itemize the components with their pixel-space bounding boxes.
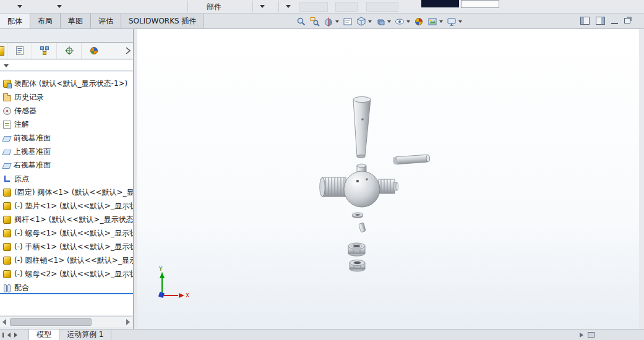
zoom-area-icon[interactable] — [308, 15, 322, 28]
panel-horizontal-scrollbar[interactable] — [0, 317, 132, 327]
chevron-down-icon[interactable] — [387, 20, 391, 23]
configurationmanager-tab[interactable] — [32, 43, 57, 59]
scroll-left-icon[interactable] — [2, 319, 6, 325]
scrollbar-thumb[interactable] — [10, 318, 92, 326]
panel-tabs-overflow-chevron[interactable] — [125, 46, 131, 55]
part-nut-1[interactable] — [348, 243, 365, 256]
ribbon-button[interactable] — [366, 2, 398, 12]
part-icon — [3, 216, 11, 224]
tree-item-valve-stem[interactable]: 阀杆<1> (默认<<默认>_显示状态 — [0, 213, 133, 226]
tab-motion-study-1[interactable]: 运动算例 1 — [59, 329, 111, 340]
tab-assembly[interactable]: 配体 — [0, 14, 30, 28]
scroll-right-icon[interactable] — [126, 319, 130, 325]
float-pane-icon[interactable] — [624, 18, 630, 23]
tab-sketch[interactable]: 草图 — [61, 14, 91, 28]
tab-solidworks-addins[interactable]: SOLIDWORKS 插件 — [121, 14, 204, 28]
view-settings-icon[interactable] — [445, 15, 458, 28]
tab-layout[interactable]: 布局 — [30, 14, 61, 28]
tab-model[interactable]: 模型 — [28, 329, 59, 340]
panel-tab-bar — [0, 42, 133, 59]
graphics-viewport[interactable]: Y X — [137, 29, 639, 329]
ribbon-button[interactable] — [335, 2, 358, 12]
ribbon-separator — [252, 1, 253, 12]
tree-item-right-plane[interactable]: 右视基准面 — [0, 158, 133, 172]
tree-item-handle[interactable]: (-) 手柄<1> (默认<<默认>_显示状... — [0, 240, 133, 253]
part-pin[interactable] — [393, 155, 430, 164]
chevron-down-icon[interactable] — [286, 5, 291, 8]
assembly-icon — [3, 80, 11, 88]
chevron-down-icon[interactable] — [458, 20, 462, 23]
chevron-down-icon[interactable] — [335, 20, 339, 23]
tree-item-cylindrical-pin[interactable]: (-) 圆柱销<1> (默认<<默认>_显示... — [0, 253, 133, 267]
part-valve-body[interactable] — [320, 164, 398, 207]
featuremanager-tab[interactable] — [0, 43, 7, 59]
valve-body-sphere — [344, 171, 380, 207]
insert-component-label[interactable]: 部件 — [207, 2, 221, 12]
status-window-icon[interactable] — [588, 332, 595, 338]
origin-icon — [3, 175, 11, 183]
scroll-prev-icon[interactable] — [7, 333, 11, 338]
tree-item-nut-2[interactable]: (-) 螺母<2> (默认<<默认>_显示状... — [0, 267, 133, 281]
tree-item-label: 注解 — [14, 119, 29, 130]
scroll-next-icon[interactable] — [14, 333, 17, 338]
tree-item-nut-1[interactable]: (-) 螺母<1> (默认<<默认>_显示状... — [0, 226, 133, 240]
tree-item-annotations[interactable]: 注解 — [0, 117, 133, 131]
triad-x-label: X — [186, 292, 189, 299]
chevron-down-icon[interactable] — [439, 20, 443, 23]
plane-icon — [2, 136, 11, 142]
status-play-icon[interactable] — [580, 333, 583, 338]
model-study-tabs: 模型 运动算例 1 — [28, 329, 111, 340]
tree-item-top-plane[interactable]: 上视基准面 — [0, 145, 133, 158]
display-style-icon[interactable] — [374, 15, 387, 28]
tree-item-origin[interactable]: 原点 — [0, 172, 133, 185]
propertymanager-tab[interactable] — [7, 43, 32, 59]
tree-item-valve-body[interactable]: (固定) 阀体<1> (默认<<默认>_显示 — [0, 185, 133, 199]
chevron-down-icon[interactable] — [260, 5, 265, 8]
part-icon — [3, 229, 11, 237]
annotation-view-icon[interactable] — [341, 15, 354, 28]
tree-item-label: (-) 垫片<1> (默认<<默认>_显示状... — [14, 201, 133, 211]
triad-y-label: Y — [158, 266, 163, 272]
featuremanager-tree-icon — [0, 46, 4, 56]
split-pane-right-icon[interactable] — [596, 17, 605, 25]
tree-item-front-plane[interactable]: 前视基准面 — [0, 131, 133, 145]
dimxpertmanager-tab[interactable] — [57, 43, 82, 59]
scroll-first-icon[interactable] — [2, 333, 4, 338]
view-orientation-icon[interactable] — [354, 15, 368, 28]
collapse-pane-icon[interactable] — [611, 23, 618, 24]
study-tab-scroll-buttons — [2, 333, 17, 338]
zoom-fit-icon[interactable] — [294, 15, 308, 28]
chevron-down-icon[interactable] — [4, 64, 9, 67]
ribbon-frame-button[interactable] — [461, 0, 499, 8]
dimxpert-crosshair-icon — [64, 46, 74, 56]
tree-item-sensors[interactable]: 传感器 — [0, 104, 133, 117]
chevron-down-icon[interactable] — [57, 5, 62, 8]
split-pane-left-icon[interactable] — [580, 17, 590, 25]
chevron-down-icon[interactable] — [368, 20, 372, 23]
ribbon-strip: 部件 — [0, 0, 644, 14]
chevron-down-icon[interactable] — [17, 5, 22, 8]
ribbon-pressed-button[interactable] — [421, 0, 459, 7]
section-view-icon[interactable] — [322, 15, 335, 28]
part-nut-2[interactable] — [350, 260, 365, 272]
part-valve-stem[interactable] — [359, 223, 366, 232]
tree-item-mates[interactable]: 配合 — [0, 281, 133, 294]
ribbon-button[interactable] — [299, 2, 328, 12]
displaymanager-tab[interactable] — [82, 43, 106, 59]
displaymanager-icon — [89, 46, 99, 56]
tree-root-assembly[interactable]: 装配体 (默认<默认_显示状态-1>) — [0, 77, 133, 90]
edit-appearance-icon[interactable] — [412, 15, 426, 28]
tree-item-label: 历史记录 — [14, 92, 44, 103]
part-washer[interactable] — [352, 213, 363, 218]
tab-evaluate[interactable]: 评估 — [91, 14, 121, 28]
tree-item-gasket[interactable]: (-) 垫片<1> (默认<<默认>_显示状... — [0, 199, 133, 213]
tree-item-history[interactable]: 历史记录 — [0, 90, 133, 104]
part-icon — [3, 189, 11, 197]
hide-show-items-icon[interactable] — [393, 15, 406, 28]
chevron-down-icon[interactable] — [406, 20, 410, 23]
tree-filter-bar[interactable] — [0, 60, 133, 71]
part-handle[interactable] — [353, 96, 371, 158]
apply-scene-icon[interactable] — [426, 15, 439, 28]
triad-z-marker — [158, 292, 165, 298]
tree-item-label: 前视基准面 — [14, 133, 51, 143]
